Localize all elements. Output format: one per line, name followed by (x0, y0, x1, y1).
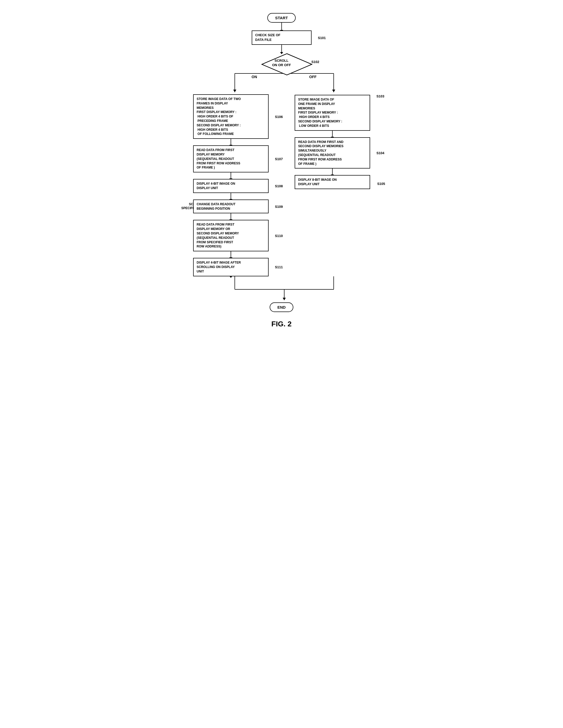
branch-svg: ON OFF (185, 73, 383, 94)
s103-box: STORE IMAGE DATA OF ONE FRAME IN DISPLAY… (294, 95, 370, 131)
svg-marker-7 (332, 90, 335, 92)
fig-title: FIG. 2 (272, 320, 292, 328)
s107-wrapper: READ DATA FROM FIRST DISPLAY MEMORY (SEQ… (193, 145, 269, 172)
s109-wrapper: CHANGE DATA READOUT BEGINNING POSITION S… (193, 200, 269, 214)
s101-box: CHECK SIZE OFDATA FILE (252, 30, 311, 45)
s104-label: S104 (376, 151, 384, 155)
s101-wrapper: CHECK SIZE OFDATA FILE S101 (252, 30, 311, 45)
left-column: STORE IMAGE DATA OF TWO FRAMES IN DISPLA… (183, 94, 279, 276)
s102-decision: SCROLLON OR OFF (261, 53, 302, 73)
arrow-s103-s104 (332, 131, 333, 137)
s109-box: CHANGE DATA READOUT BEGINNING POSITION (193, 200, 269, 214)
flowchart: START CHECK SIZE OFDATA FILE S101 SCRO (185, 13, 378, 328)
s110-box: READ DATA FROM FIRST DISPLAY MEMORY OR S… (193, 220, 269, 251)
s111-box: DISPLAY 4-BIT IMAGE AFTER SCROLLING ON D… (193, 258, 269, 276)
s108-label: S108 (275, 184, 283, 188)
start-terminal: START (267, 13, 296, 23)
s104-wrapper: READ DATA FROM FIRST AND SECOND DISPLAY … (294, 137, 370, 169)
s105-box: DISPLAY 8-BIT IMAGE ON DISPLAY UNIT (294, 175, 370, 189)
s106-label: S106 (275, 115, 283, 119)
s106-box: STORE IMAGE DATA OF TWO FRAMES IN DISPLA… (193, 94, 269, 139)
s105-row: DISPLAY 8-BIT IMAGE ON DISPLAY UNIT (284, 175, 380, 189)
arrow-s110-s111 (231, 251, 231, 258)
s108-row: DISPLAY 4-BIT IMAGE ON DISPLAY UNIT S108 (183, 179, 279, 193)
s107-box: READ DATA FROM FIRST DISPLAY MEMORY (SEQ… (193, 145, 269, 172)
s105-wrapper: DISPLAY 8-BIT IMAGE ON DISPLAY UNIT (294, 175, 370, 189)
s110-label: S110 (275, 234, 283, 238)
arrow-s101-s102 (282, 45, 282, 53)
s102-text: SCROLLON OR OFF (272, 59, 291, 67)
svg-marker-3 (233, 90, 236, 92)
s103-wrapper: STORE IMAGE DATA OF ONE FRAME IN DISPLAY… (294, 95, 370, 131)
s110-row: READ DATA FROM FIRST DISPLAY MEMORY OR S… (183, 220, 279, 251)
s108-wrapper: DISPLAY 4-BIT IMAGE ON DISPLAY UNIT S108 (193, 179, 269, 193)
s111-row: DISPLAY 4-BIT IMAGE AFTER SCROLLING ON D… (183, 258, 279, 276)
s106-row: STORE IMAGE DATA OF TWO FRAMES IN DISPLA… (183, 94, 279, 139)
s101-row: CHECK SIZE OFDATA FILE S101 (185, 30, 378, 45)
s104-row: READ DATA FROM FIRST AND SECOND DISPLAY … (284, 137, 380, 169)
merge-svg (185, 276, 383, 302)
arrow-s109-s110 (231, 213, 231, 220)
s102-label: S102 (311, 60, 319, 64)
end-terminal: END (270, 302, 293, 312)
s103-label: S103 (376, 94, 384, 98)
svg-text:ON: ON (252, 75, 257, 79)
s108-box: DISPLAY 4-BIT IMAGE ON DISPLAY UNIT (193, 179, 269, 193)
s102-row: SCROLLON OR OFF S102 (261, 53, 302, 73)
s104-box: READ DATA FROM FIRST AND SECOND DISPLAY … (294, 137, 370, 169)
s107-label: S107 (275, 157, 283, 161)
s107-row: READ DATA FROM FIRST DISPLAY MEMORY (SEQ… (183, 145, 279, 172)
arrow-s107-s108 (231, 172, 231, 179)
s111-wrapper: DISPLAY 4-BIT IMAGE AFTER SCROLLING ON D… (193, 258, 269, 276)
s110-wrapper: READ DATA FROM FIRST DISPLAY MEMORY OR S… (193, 220, 269, 251)
s111-label: S111 (275, 265, 283, 269)
s103-row: STORE IMAGE DATA OF ONE FRAME IN DISPLAY… (284, 95, 380, 131)
s105-label: S105 (377, 182, 385, 186)
s101-label: S101 (318, 36, 325, 40)
s109-label: S109 (275, 204, 283, 208)
s106-wrapper: STORE IMAGE DATA OF TWO FRAMES IN DISPLA… (193, 94, 269, 139)
two-columns: STORE IMAGE DATA OF TWO FRAMES IN DISPLA… (183, 94, 380, 276)
page: START CHECK SIZE OFDATA FILE S101 SCRO (180, 5, 383, 339)
arrow-start-s101 (282, 23, 282, 30)
right-column: S103 STORE IMAGE DATA OF ONE FRAME IN DI… (284, 94, 380, 189)
s109-row: SCROLLSPECIFIED → CHANGE DATA READOUT BE… (183, 200, 279, 214)
arrow-s104-s105 (332, 169, 333, 175)
svg-marker-13 (283, 298, 286, 300)
arrow-s106-s107 (231, 139, 231, 145)
arrow-s108-s109 (231, 193, 231, 200)
